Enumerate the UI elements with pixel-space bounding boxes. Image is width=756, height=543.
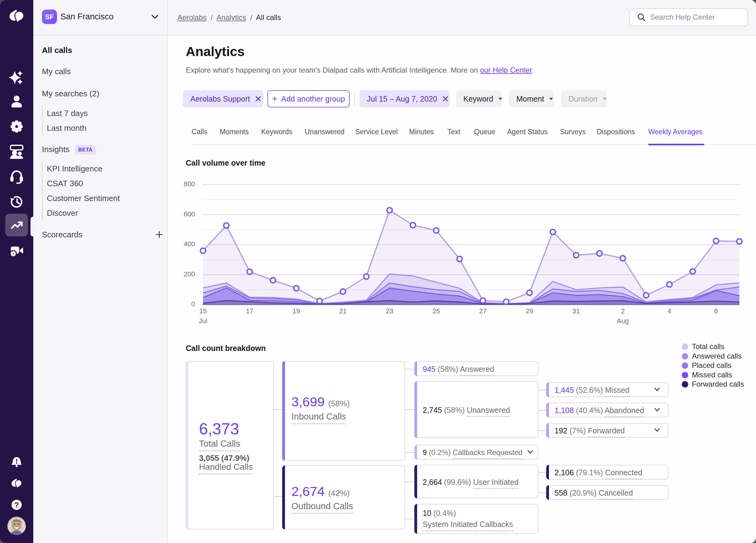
svg-text:?: ? [14,501,19,509]
